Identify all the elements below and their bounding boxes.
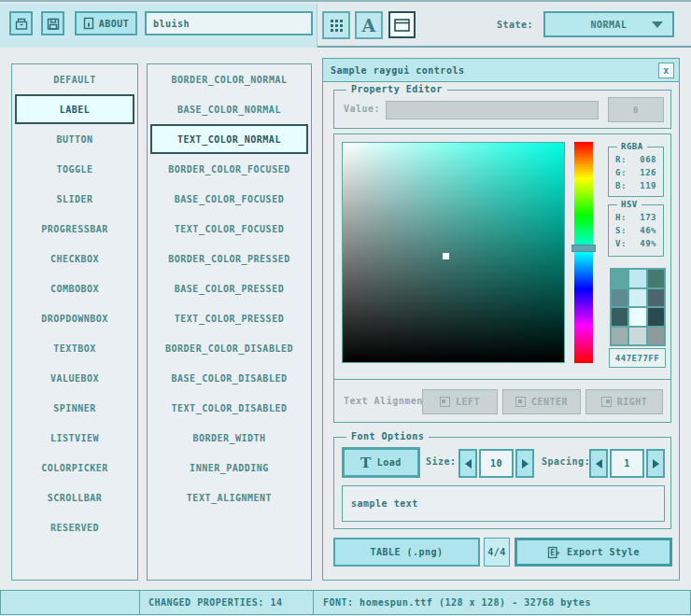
- property-item-base_color_disabled[interactable]: BASE_COLOR_DISABLED: [148, 363, 311, 393]
- align-left-button[interactable]: LEFT: [422, 389, 498, 414]
- save-style-button[interactable]: [41, 11, 64, 35]
- control-item-checkbox[interactable]: CHECKBOX: [12, 244, 137, 273]
- style-color-swatch-8[interactable]: [648, 308, 664, 326]
- font-view-button[interactable]: A: [355, 11, 383, 39]
- export-style-button[interactable]: E Export Style: [515, 538, 672, 567]
- property-item-text_color_pressed[interactable]: TEXT_COLOR_PRESSED: [148, 303, 311, 333]
- v-label: V:: [615, 239, 627, 248]
- control-item-button[interactable]: BUTTON: [12, 124, 137, 154]
- hex-color-box[interactable]: 447E77FF: [609, 348, 666, 368]
- property-item-text_color_focused[interactable]: TEXT_COLOR_FOCUSED: [148, 214, 311, 244]
- chevron-down-icon: [652, 21, 663, 28]
- hue-slider-handle[interactable]: [571, 245, 596, 252]
- control-item-toggle[interactable]: TOGGLE: [12, 154, 137, 184]
- control-item-colorpicker[interactable]: COLORPICKER: [12, 453, 137, 483]
- size-decrement-button[interactable]: [458, 449, 477, 478]
- state-dropdown[interactable]: NORMAL: [543, 11, 674, 37]
- style-color-swatch-6[interactable]: [612, 308, 628, 326]
- control-item-combobox[interactable]: COMBOBOX: [12, 273, 137, 303]
- window-view-button-active[interactable]: [388, 11, 416, 38]
- style-color-swatch-3[interactable]: [612, 289, 628, 307]
- about-button[interactable]: ABOUT: [75, 11, 137, 35]
- window-titlebar[interactable]: Sample raygui controls: [323, 59, 679, 82]
- align-center-label: CENTER: [531, 397, 568, 407]
- control-item-reserved[interactable]: RESERVED: [12, 512, 137, 542]
- control-item-textbox[interactable]: TEXTBOX: [12, 333, 137, 363]
- value-slider-disabled[interactable]: [386, 101, 599, 119]
- grid-icon: [331, 20, 343, 32]
- open-folder-icon: [15, 18, 28, 30]
- close-button[interactable]: x: [658, 63, 674, 78]
- style-color-swatch-11[interactable]: [648, 328, 664, 345]
- property-item-base_color_normal[interactable]: BASE_COLOR_NORMAL: [148, 94, 311, 124]
- control-item-scrollbar[interactable]: SCROLLBAR: [12, 483, 137, 512]
- control-item-listview[interactable]: LISTVIEW: [12, 423, 137, 453]
- style-color-swatch-10[interactable]: [629, 328, 645, 345]
- align-center-button[interactable]: CENTER: [502, 389, 581, 414]
- align-right-icon: [601, 397, 612, 407]
- rgba-group: RGBA R: 068 G: 126 B: 119: [608, 147, 664, 197]
- property-item-inner_padding[interactable]: INNER_PADDING: [148, 453, 311, 483]
- rgba-row-r: R: 068: [615, 155, 656, 164]
- size-value: 10: [490, 458, 502, 469]
- control-item-progressbar[interactable]: PROGRESSBAR: [12, 214, 137, 244]
- controls-list-items: DEFAULTLABELBUTTONTOGGLESLIDERPROGRESSBA…: [12, 64, 137, 542]
- property-item-border_color_pressed[interactable]: BORDER_COLOR_PRESSED: [148, 244, 311, 273]
- open-style-button[interactable]: [9, 11, 33, 35]
- property-item-base_color_focused[interactable]: BASE_COLOR_FOCUSED: [148, 184, 311, 214]
- style-color-swatch-7[interactable]: [629, 308, 645, 326]
- load-font-button[interactable]: T Load: [342, 447, 420, 478]
- sample-text-box[interactable]: sample text: [342, 485, 665, 522]
- size-increment-button[interactable]: [515, 449, 534, 478]
- s-label: S:: [615, 226, 627, 235]
- control-item-slider[interactable]: SLIDER: [12, 184, 137, 214]
- control-item-spinner[interactable]: SPINNER: [12, 393, 137, 423]
- control-item-dropdownbox[interactable]: DROPDOWNBOX: [12, 303, 137, 333]
- property-item-text_color_normal[interactable]: TEXT_COLOR_NORMAL: [150, 124, 308, 154]
- font-options-group: Font Options T Load Size: 10 Spacing: 1 …: [333, 437, 671, 529]
- spacing-value-box[interactable]: 1: [610, 449, 644, 478]
- value-label: Value:: [344, 104, 380, 114]
- b-value: 119: [640, 181, 656, 190]
- property-item-border_color_normal[interactable]: BORDER_COLOR_NORMAL: [148, 64, 311, 94]
- color-picker-panel[interactable]: [342, 142, 565, 363]
- spacing-value: 1: [624, 458, 630, 469]
- changed-properties-text: CHANGED PROPERTIES: 14: [148, 597, 282, 608]
- spacing-decrement-button[interactable]: [589, 449, 608, 478]
- value-spinner-disabled[interactable]: 0: [608, 97, 664, 122]
- align-right-button[interactable]: RIGHT: [585, 389, 663, 414]
- style-color-swatch-1[interactable]: [629, 270, 645, 287]
- hue-bar[interactable]: [574, 142, 593, 363]
- property-item-text_alignment[interactable]: TEXT_ALIGNMENT: [148, 483, 311, 512]
- spacing-increment-button[interactable]: [646, 449, 665, 478]
- state-label: State:: [472, 20, 533, 30]
- divider: [334, 379, 670, 380]
- property-item-base_color_pressed[interactable]: BASE_COLOR_PRESSED: [148, 273, 311, 303]
- color-section-frame: RGBA R: 068 G: 126 B: 119: [333, 133, 671, 423]
- style-table-button[interactable]: TABLE (.png): [333, 538, 480, 567]
- property-item-border_width[interactable]: BORDER_WIDTH: [148, 423, 311, 453]
- arrow-right-icon: [522, 459, 529, 469]
- rgba-row-b: B: 119: [615, 181, 656, 190]
- control-item-default[interactable]: DEFAULT: [12, 64, 137, 94]
- control-item-valuebox[interactable]: VALUEBOX: [12, 363, 137, 393]
- style-name-input[interactable]: [145, 11, 313, 35]
- color-picker-cursor[interactable]: [443, 253, 449, 259]
- r-value: 068: [640, 155, 656, 164]
- status-cell-changed-properties: CHANGED PROPERTIES: 14: [139, 590, 314, 615]
- control-item-label[interactable]: LABEL: [15, 94, 134, 124]
- style-color-swatch-2[interactable]: [648, 270, 664, 287]
- property-item-text_color_disabled[interactable]: TEXT_COLOR_DISABLED: [148, 393, 311, 423]
- property-item-border_color_disabled[interactable]: BORDER_COLOR_DISABLED: [148, 333, 311, 363]
- save-floppy-icon: [47, 18, 60, 30]
- controls-listview: DEFAULTLABELBUTTONTOGGLESLIDERPROGRESSBA…: [11, 63, 138, 581]
- style-color-swatch-9[interactable]: [612, 328, 628, 345]
- style-color-swatch-0[interactable]: [612, 270, 628, 287]
- style-color-swatch-4[interactable]: [629, 289, 645, 307]
- grid-view-button[interactable]: [322, 11, 350, 39]
- size-value-box[interactable]: 10: [479, 449, 514, 478]
- table-pages-value-box[interactable]: 4/4: [484, 538, 510, 567]
- align-center-icon: [515, 397, 526, 407]
- style-color-swatch-5[interactable]: [648, 289, 664, 307]
- property-item-border_color_focused[interactable]: BORDER_COLOR_FOCUSED: [148, 154, 311, 184]
